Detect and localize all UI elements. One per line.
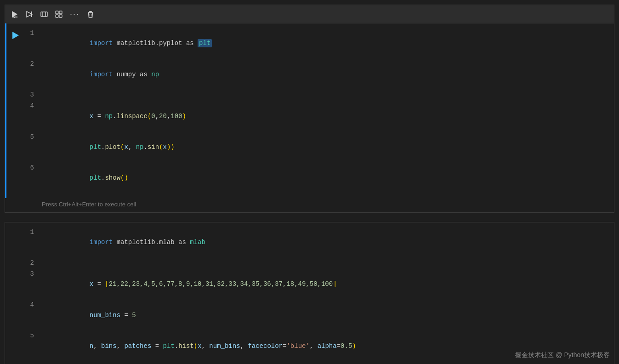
cell2-code-line-3: 3 x = [21,22,23,4,5,6,77,8,9,10,31,32,33… [29, 269, 614, 300]
cell2-code-line-6: 6 plt.show() [29, 362, 614, 364]
svg-rect-10 [56, 15, 58, 17]
editor-container: ··· 1 [0, 0, 619, 364]
cell2-code-line-4: 4 num_bins = 5 [29, 300, 614, 330]
svg-rect-13 [89, 11, 92, 12]
variables-button[interactable] [53, 9, 65, 19]
code-line-5: 5 plt.plot(x, np.sin(x)) [29, 132, 614, 163]
cell-1-hint: Press Ctrl+Alt+Enter to execute cell [5, 198, 614, 212]
cell-2-content: 1 import matplotlib.mlab as mlab 2 3 x =… [5, 222, 614, 364]
cell-1-code-area[interactable]: 1 import matplotlib.pyplot as plt 2 impo… [25, 23, 614, 198]
cell2-code-line-1: 1 import matplotlib.mlab as mlab [29, 227, 614, 258]
svg-rect-8 [56, 11, 58, 14]
more-button[interactable]: ··· [68, 8, 82, 20]
svg-rect-11 [59, 15, 62, 17]
clear-output-button[interactable] [38, 9, 50, 19]
code-line-2: 2 import numpy as np [29, 59, 614, 90]
cell-2-code-area[interactable]: 1 import matplotlib.mlab as mlab 2 3 x =… [25, 222, 614, 364]
svg-rect-5 [41, 12, 47, 17]
run-insert-below-button[interactable] [9, 9, 21, 19]
code-line-1: 1 import matplotlib.pyplot as plt [29, 28, 614, 59]
cell-1-run-gutter[interactable] [6, 23, 25, 198]
cell-2-run-gutter[interactable] [6, 222, 25, 364]
code-line-4: 4 x = np.linspace(0,20,100) [29, 101, 614, 131]
cell-1: ··· 1 [5, 5, 614, 213]
watermark: 掘金技术社区 @ Python技术极客 [515, 351, 610, 359]
svg-marker-0 [12, 11, 17, 17]
cell-1-content: 1 import matplotlib.pyplot as plt 2 impo… [5, 23, 614, 198]
code-line-6: 6 plt.show() [29, 163, 614, 193]
cell-1-toolbar: ··· [5, 5, 614, 23]
cell2-code-line-2: 2 [29, 258, 614, 269]
delete-cell-button[interactable] [85, 9, 97, 19]
svg-rect-9 [59, 11, 62, 14]
cell-2: 1 import matplotlib.mlab as mlab 2 3 x =… [5, 222, 614, 364]
run-cell-button[interactable] [23, 9, 35, 19]
code-line-3: 3 [29, 90, 614, 101]
